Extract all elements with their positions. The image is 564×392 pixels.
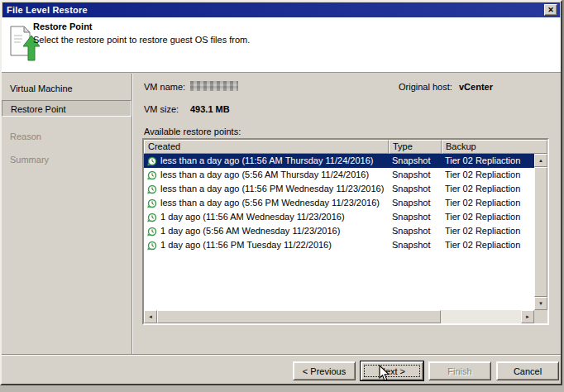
vertical-scroll-thumb[interactable] [534,167,547,297]
restore-point-icon [147,156,157,166]
finish-button[interactable]: Finish [428,361,491,380]
step-title: Restore Point [33,22,93,31]
vertical-scrollbar[interactable]: ▲ ▼ [534,154,547,310]
cell-backup: Tier 02 Repliaction [442,196,534,210]
next-button[interactable]: Next > [361,361,423,380]
scroll-up-icon[interactable]: ▲ [534,154,547,167]
restore-point-icon [147,213,157,222]
title-bar[interactable]: File Level Restore ✕ [2,2,560,17]
window-title: File Level Restore [5,5,544,15]
cell-type: Snapshot [389,154,442,168]
cell-backup: Tier 02 Repliaction [442,168,534,182]
wizard-body: Virtual Machine Restore Point Reason Sum… [2,74,561,354]
created-text: less than a day ago (5:56 PM Wednesday 1… [160,196,380,210]
sidebar-item-summary: Summary [2,151,131,168]
cell-type: Snapshot [389,210,442,224]
cell-type: Snapshot [389,224,442,238]
focus-rect [364,365,420,377]
restore-point-row[interactable]: 1 day ago (5:56 AM Wednesday 11/23/2016)… [144,224,534,238]
cell-created: 1 day ago (11:56 AM Wednesday 11/23/2016… [144,210,389,224]
original-host-label: Original host: [399,82,452,92]
column-header-type[interactable]: Type [389,140,442,154]
restore-point-icon [147,184,157,194]
step-description: Select the restore point to restore gues… [33,35,250,45]
cell-created: 1 day ago (5:56 AM Wednesday 11/23/2016) [144,224,389,238]
created-text: less than a day ago (11:56 AM Thursday 1… [160,154,373,168]
restore-point-row[interactable]: less than a day ago (5:56 PM Wednesday 1… [144,196,534,210]
restore-point-icon [147,227,157,237]
footer-separator [2,354,561,356]
created-text: 1 day ago (11:56 AM Wednesday 11/23/2016… [160,210,345,224]
vertical-scroll-track[interactable] [534,167,547,297]
restore-point-icon [147,198,157,208]
step-content: VM name: Original host: vCenter VM size:… [133,74,561,354]
original-host-value: vCenter [459,82,493,92]
desktop: File Level Restore ✕ Restore Point Selec… [0,0,564,392]
cell-backup: Tier 02 Repliaction [442,238,534,252]
restore-point-row[interactable]: less than a day ago (11:56 AM Thursday 1… [144,154,534,168]
scroll-right-icon[interactable]: ► [521,310,534,323]
cell-backup: Tier 02 Repliaction [442,224,534,238]
cell-type: Snapshot [389,182,442,196]
restore-point-row[interactable]: less than a day ago (11:56 PM Wednesday … [144,182,534,196]
vm-name-label: VM name: [144,82,185,92]
wizard-header: Restore Point Select the restore point t… [2,17,561,73]
cancel-button[interactable]: Cancel [496,361,559,380]
column-header-backup[interactable]: Backup [442,140,547,154]
restore-point-icon [147,170,157,180]
scroll-down-icon[interactable]: ▼ [534,297,547,310]
file-level-restore-dialog: File Level Restore ✕ Restore Point Selec… [0,0,562,385]
cell-type: Snapshot [389,168,442,182]
table-header: Created Type Backup [144,140,547,154]
restore-point-row[interactable]: 1 day ago (11:56 PM Tuesday 11/22/2016)S… [144,238,534,252]
horizontal-scroll-track[interactable] [157,310,521,323]
cell-backup: Tier 02 Repliaction [442,210,534,224]
created-text: 1 day ago (5:56 AM Wednesday 11/23/2016) [160,224,340,238]
restore-points-caption: Available restore points: [144,127,241,136]
cell-backup: Tier 02 Repliaction [442,182,534,196]
vm-size-value: 493.1 MB [190,104,230,114]
horizontal-scroll-thumb[interactable] [157,310,441,323]
vm-name-value-redacted [190,81,238,91]
close-button[interactable]: ✕ [544,4,557,16]
column-header-created[interactable]: Created [144,140,389,154]
scrollbar-corner [534,310,547,323]
wizard-steps-sidebar: Virtual Machine Restore Point Reason Sum… [2,74,132,354]
horizontal-scrollbar[interactable]: ◄ ► [144,310,534,323]
cell-backup: Tier 02 Repliaction [442,154,534,168]
sidebar-item-reason: Reason [2,128,131,145]
previous-button[interactable]: < Previous [293,361,356,380]
created-text: less than a day ago (11:56 PM Wednesday … [160,182,384,196]
restore-points-rows: less than a day ago (11:56 AM Thursday 1… [144,154,534,310]
cell-created: less than a day ago (11:56 PM Wednesday … [144,182,389,196]
restore-points-table: Created Type Backup less than a day ago … [142,138,549,325]
created-text: 1 day ago (11:56 PM Tuesday 11/22/2016) [160,238,332,252]
cell-created: less than a day ago (11:56 AM Thursday 1… [144,154,389,168]
sidebar-item-virtual-machine[interactable]: Virtual Machine [2,80,131,97]
created-text: less than a day ago (5:56 AM Thursday 11… [160,168,369,182]
scroll-left-icon[interactable]: ◄ [144,310,157,323]
restore-point-row[interactable]: less than a day ago (5:56 AM Thursday 11… [144,168,534,182]
vm-size-label: VM size: [144,104,179,114]
cell-created: less than a day ago (5:56 PM Wednesday 1… [144,196,389,210]
close-icon: ✕ [547,6,554,14]
cell-type: Snapshot [389,238,442,252]
cell-type: Snapshot [389,196,442,210]
sidebar-item-restore-point[interactable]: Restore Point [2,100,131,117]
restore-point-icon [147,241,157,251]
cell-created: 1 day ago (11:56 PM Tuesday 11/22/2016) [144,238,389,252]
restore-point-row[interactable]: 1 day ago (11:56 AM Wednesday 11/23/2016… [144,210,534,224]
cell-created: less than a day ago (5:56 AM Thursday 11… [144,168,389,182]
